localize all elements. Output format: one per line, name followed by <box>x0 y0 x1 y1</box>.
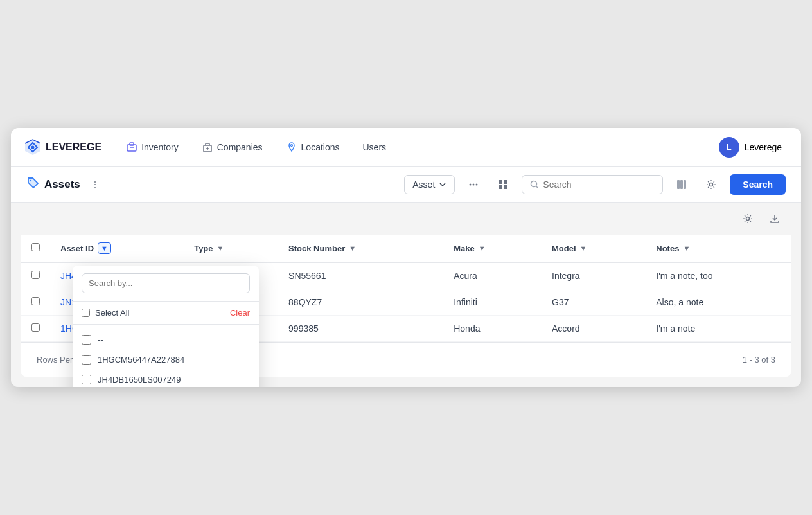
column-settings-sub-button[interactable] <box>737 208 759 230</box>
select-all-header[interactable] <box>21 235 50 262</box>
col-stock-number: Stock Number ▼ <box>278 235 443 262</box>
nav-locations[interactable]: Locations <box>277 136 349 158</box>
page-title-area: Assets <box>26 176 80 192</box>
filter-opt-1-label: 1HGCM56447A227884 <box>98 355 184 365</box>
col-asset-id: Asset ID ▼ <box>50 235 184 262</box>
col-make: Make ▼ <box>443 235 542 262</box>
row1-make: Acura <box>443 262 542 289</box>
row2-model: G37 <box>542 289 646 316</box>
svg-rect-16 <box>504 185 508 189</box>
row2-checkbox-cell <box>21 289 50 316</box>
col-model-label: Model <box>552 244 576 253</box>
row3-stock: 999385 <box>278 316 443 342</box>
row3-checkbox-cell <box>21 316 50 342</box>
svg-rect-15 <box>499 185 502 189</box>
grid-view-button[interactable] <box>492 174 514 195</box>
stock-filter-icon[interactable]: ▼ <box>349 244 356 252</box>
download-icon <box>770 213 780 224</box>
col-notes-label: Notes <box>656 244 679 253</box>
sub-toolbar <box>11 203 801 235</box>
asset-id-filter-icon[interactable]: ▼ <box>98 242 111 254</box>
svg-point-22 <box>710 183 713 186</box>
top-navigation: LEVEREGE Inventory Companies Locations U… <box>11 128 801 167</box>
select-all-label: Select All <box>95 308 129 318</box>
main-content: Asset ID ▼ Type ▼ Stock <box>11 235 801 387</box>
page-title: Assets <box>44 178 80 191</box>
svg-rect-19 <box>677 180 680 189</box>
columns-icon <box>676 179 687 190</box>
col-stock-label: Stock Number <box>288 244 345 253</box>
row3-model: Accord <box>542 316 646 342</box>
avatar: L <box>719 137 739 158</box>
row1-checkbox[interactable] <box>31 271 40 279</box>
locations-icon <box>286 141 297 153</box>
col-make-label: Make <box>454 244 475 253</box>
svg-rect-21 <box>684 180 686 189</box>
svg-point-8 <box>290 144 292 146</box>
gear-icon <box>706 179 716 190</box>
col-type: Type ▼ <box>184 235 278 262</box>
nav-users[interactable]: Users <box>354 137 396 158</box>
user-menu[interactable]: L Leverege <box>712 133 788 161</box>
grid-icon <box>498 179 508 190</box>
col-model: Model ▼ <box>542 235 646 262</box>
tag-icon <box>26 176 39 192</box>
download-button[interactable] <box>764 208 786 230</box>
table-container: Asset ID ▼ Type ▼ Stock <box>21 235 791 377</box>
filter-option-1[interactable]: 1HGCM56447A227884 <box>73 350 259 370</box>
page-toolbar: Assets ⋮ Asset Search <box>11 167 801 203</box>
nav-users-label: Users <box>363 142 387 152</box>
nav-inventory-label: Inventory <box>141 142 179 152</box>
dots-icon <box>468 179 479 190</box>
filter-search-input[interactable] <box>82 273 250 293</box>
filter-option-dash[interactable]: -- <box>73 330 259 350</box>
filter-options-list: -- 1HGCM56447A227884 JH4DB1650LS007249 J… <box>73 325 259 387</box>
nav-inventory[interactable]: Inventory <box>117 136 188 158</box>
search-icon <box>530 180 539 189</box>
settings-sub-icon <box>743 213 753 224</box>
svg-point-10 <box>470 183 472 185</box>
more-options-icon[interactable]: ⋮ <box>88 177 102 192</box>
filter-opt-dash-label: -- <box>98 335 103 345</box>
companies-icon <box>202 141 213 153</box>
row2-checkbox[interactable] <box>31 297 40 305</box>
model-filter-icon[interactable]: ▼ <box>580 244 587 252</box>
settings-button[interactable] <box>700 174 722 195</box>
search-bar <box>522 175 663 194</box>
filter-opt-dash-checkbox[interactable] <box>82 335 91 345</box>
logo[interactable]: LEVEREGE <box>24 138 102 156</box>
filter-popup: Select All Clear -- 1HGCM56447A227884 <box>73 266 259 387</box>
filter-select-all-row: Select All Clear <box>73 302 259 325</box>
filter-opt-1-checkbox[interactable] <box>82 355 91 365</box>
row3-checkbox[interactable] <box>31 323 40 332</box>
nav-companies[interactable]: Companies <box>193 136 272 158</box>
user-name: Leverege <box>745 142 782 152</box>
row1-model: Integra <box>542 262 646 289</box>
svg-rect-3 <box>130 143 134 145</box>
filter-option-2[interactable]: JH4DB1650LS007249 <box>73 370 259 387</box>
col-type-label: Type <box>194 244 213 253</box>
row3-notes: I'm a note <box>646 316 791 342</box>
search-input[interactable] <box>543 179 646 190</box>
notes-filter-icon[interactable]: ▼ <box>683 244 690 252</box>
nav-locations-label: Locations <box>301 142 340 152</box>
nav-companies-label: Companies <box>217 142 263 152</box>
row1-stock: SN55661 <box>278 262 443 289</box>
more-menu-button[interactable] <box>463 174 484 195</box>
svg-line-18 <box>536 186 539 188</box>
svg-point-23 <box>746 217 750 221</box>
row2-stock: 88QYZ7 <box>278 289 443 316</box>
svg-point-12 <box>476 183 478 185</box>
select-all-checkbox[interactable] <box>31 243 40 251</box>
select-all-filter-checkbox[interactable] <box>82 309 90 317</box>
asset-type-dropdown[interactable]: Asset <box>404 175 455 194</box>
inventory-icon <box>126 141 137 153</box>
filter-opt-2-checkbox[interactable] <box>82 375 91 384</box>
chevron-down-icon <box>439 181 446 188</box>
logo-text: LEVEREGE <box>46 141 102 153</box>
column-settings-button[interactable] <box>671 174 693 195</box>
type-filter-icon[interactable]: ▼ <box>217 244 224 252</box>
make-filter-icon[interactable]: ▼ <box>479 244 486 252</box>
search-button[interactable]: Search <box>730 174 786 195</box>
clear-filter-button[interactable]: Clear <box>230 308 250 318</box>
